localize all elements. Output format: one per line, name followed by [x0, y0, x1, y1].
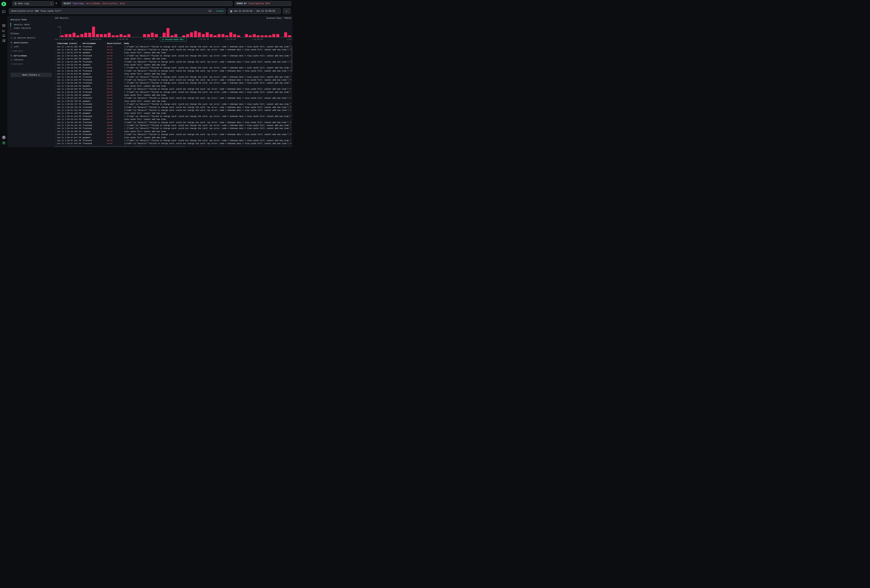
histogram-bar[interactable] — [213, 35, 216, 37]
table-row[interactable]: › Jun 11 1:55:39.330 PM frontend error {… — [54, 121, 292, 124]
histogram-bar[interactable] — [206, 32, 209, 37]
histogram-bar[interactable] — [261, 35, 264, 37]
histogram-bar[interactable] — [92, 27, 95, 37]
histogram-bar[interactable] — [84, 33, 87, 37]
table-row[interactable]: › Jun 11 1:55:16.300 PM frontend error {… — [54, 133, 292, 136]
histogram-bar[interactable] — [268, 35, 271, 37]
table-row[interactable]: › Jun 11 1:55:07.835 PM frontend error {… — [54, 142, 292, 145]
col-header-severitytext[interactable]: SeverityText — [107, 42, 121, 45]
histogram-bar[interactable] — [147, 34, 150, 37]
histogram-bar[interactable] — [249, 35, 252, 37]
table-row[interactable]: › Jun 11 1:55:16.296 PM payment error Vi… — [54, 130, 292, 133]
filter-option-checkout[interactable]: checkout — [10, 59, 54, 61]
table-row[interactable]: › Jun 11 1:55:07.827 PM payment error Vi… — [54, 136, 292, 139]
horizontal-scrollbar-thumb[interactable] — [54, 146, 185, 147]
user-avatar[interactable]: U — [2, 141, 6, 145]
help-button[interactable]: ? — [2, 135, 6, 139]
histogram-bar[interactable] — [284, 32, 287, 37]
mode-results-table[interactable]: Results Table — [10, 23, 54, 26]
histogram-bar[interactable] — [124, 35, 126, 37]
table-row[interactable]: › Jun 11 1:56:08.955 PM frontend error {… — [54, 88, 292, 91]
histogram-bar[interactable] — [276, 34, 279, 37]
denoise-checkbox[interactable] — [10, 37, 12, 39]
histogram-bar[interactable] — [69, 34, 72, 37]
table-row[interactable]: › Jun 11 1:56:03.252 PM frontend error {… — [54, 97, 292, 100]
table-row[interactable]: › Jun 11 1:56:03.248 PM payment error Vi… — [54, 94, 292, 97]
table-row[interactable]: › Jun 11 1:56:32.848 PM frontend error {… — [54, 79, 292, 82]
source-select[interactable]: Demo Logs — [12, 1, 54, 6]
column-separator[interactable] — [106, 42, 106, 45]
histogram-bar[interactable] — [61, 35, 64, 37]
histogram-bar[interactable] — [155, 34, 158, 37]
histogram-bar[interactable] — [288, 35, 291, 37]
servicename-load-more[interactable]: ∨ Load more — [10, 63, 54, 65]
table-row[interactable]: › Jun 11 1:56:32.843 PM payment error Vi… — [54, 73, 292, 76]
query-language-toggle[interactable]: SQL | Lucene — [208, 10, 223, 12]
histogram-bar[interactable] — [222, 34, 225, 37]
severitytext-filter-header[interactable]: SeverityText — [10, 42, 54, 44]
table-row[interactable]: › Jun 11 1:56:03.254 PM frontend error ×… — [54, 91, 292, 94]
histogram-bar[interactable] — [116, 35, 119, 37]
table-row[interactable]: › Jun 11 1:56:51.975 PM payment error Vi… — [54, 51, 292, 54]
severitytext-load-more[interactable]: ∨ Load more — [10, 50, 54, 52]
table-row[interactable]: › Jun 11 1:56:08.956 PM frontend error ×… — [54, 82, 292, 85]
histogram-bar[interactable] — [80, 34, 83, 37]
histogram-bar[interactable] — [171, 35, 173, 37]
table-row[interactable]: › Jun 11 1:55:16.302 PM frontend error ×… — [54, 127, 292, 130]
table-row[interactable]: › Jun 11 1:56:42.999 PM frontend error {… — [54, 60, 292, 63]
histogram-bar[interactable] — [210, 34, 213, 37]
histogram-bar[interactable] — [151, 33, 154, 37]
table-row[interactable]: › Jun 11 1:56:32.849 PM frontend error ×… — [54, 76, 292, 79]
histogram-bar[interactable] — [182, 35, 185, 37]
servicename-filter-header[interactable]: ServiceName — [10, 54, 54, 57]
table-row[interactable]: › Jun 11 1:56:43.001 PM frontend error ×… — [54, 54, 292, 57]
table-row[interactable]: › Jun 11 1:56:51.980 PM frontend error {… — [54, 48, 292, 51]
histogram-bar[interactable] — [257, 35, 259, 37]
search-query-input[interactable]: SeverityText:error AND "Visa cache full"… — [9, 8, 226, 14]
filter-option-info[interactable]: info — [10, 46, 54, 48]
histogram-bar[interactable] — [190, 32, 193, 37]
table-row[interactable]: › Jun 11 1:56:38.534 PM payment error Vi… — [54, 63, 292, 66]
table-row[interactable]: › Jun 11 1:55:59.767 PM frontend error ×… — [54, 103, 292, 106]
column-separator[interactable] — [81, 42, 82, 45]
table-row[interactable]: › Jun 11 1:55:07.841 PM frontend error ×… — [54, 139, 292, 142]
results-histogram[interactable]: 24 0 Jun 11 1:41:45 PM1:44:00 PM1:45:45 … — [54, 21, 292, 36]
histogram-bar[interactable] — [143, 34, 146, 37]
table-row[interactable]: › Jun 11 1:56:08.948 PM payment error Vi… — [54, 85, 292, 88]
histogram-bar[interactable] — [225, 35, 228, 37]
lucene-toggle[interactable]: Lucene — [216, 10, 223, 12]
chart-nav-icon[interactable] — [2, 29, 5, 32]
table-row[interactable]: › Jun 11 1:56:38.540 PM frontend error {… — [54, 69, 292, 72]
histogram-bar[interactable] — [237, 35, 240, 37]
histogram-bar[interactable] — [264, 35, 267, 37]
info-checkbox[interactable] — [10, 46, 12, 48]
resume-live-tail-button[interactable]: Resume Live Tail — [160, 37, 187, 42]
table-row[interactable]: › Jun 11 1:55:39.324 PM payment error Vi… — [54, 118, 292, 121]
histogram-bar[interactable] — [108, 33, 111, 37]
horizontal-scrollbar[interactable] — [54, 146, 292, 147]
dashboards-nav-icon[interactable] — [2, 39, 5, 42]
mode-event-patterns[interactable]: Event Patterns — [10, 26, 54, 30]
table-row[interactable]: › Jun 11 1:55:51.448 PM payment error Vi… — [54, 112, 292, 115]
table-row[interactable]: › Jun 11 1:55:51.452 PM frontend error {… — [54, 109, 292, 112]
histogram-bar[interactable] — [272, 34, 275, 37]
histogram-bar[interactable] — [65, 34, 68, 37]
histogram-bar[interactable] — [73, 33, 76, 37]
histogram-bar[interactable] — [253, 34, 256, 37]
histogram-bar[interactable] — [104, 34, 107, 37]
histogram-bar[interactable] — [194, 31, 197, 37]
histogram-bar[interactable] — [163, 33, 165, 37]
histogram-bar[interactable] — [88, 33, 91, 37]
histogram-bar[interactable] — [245, 34, 248, 37]
table-row[interactable]: › Jun 11 1:56:51.982 PM frontend error ×… — [54, 45, 292, 48]
histogram-bar[interactable] — [198, 32, 201, 37]
table-row[interactable]: › Jun 11 1:56:42.995 PM payment error Vi… — [54, 57, 292, 60]
select-columns-input[interactable]: SELECT Timestamp, ServiceName, SeverityT… — [62, 1, 232, 6]
histogram-bar[interactable] — [100, 34, 103, 37]
app-logo-icon[interactable] — [1, 1, 6, 7]
col-header-timestamp[interactable]: Timestamp (Local) — [57, 42, 77, 45]
histogram-bar[interactable] — [76, 35, 79, 37]
denoise-results-row[interactable]: Denoise Results — [10, 37, 54, 39]
more-filters-button[interactable]: More filters ∨ — [10, 73, 52, 77]
col-header-body[interactable]: Body — [124, 42, 129, 45]
